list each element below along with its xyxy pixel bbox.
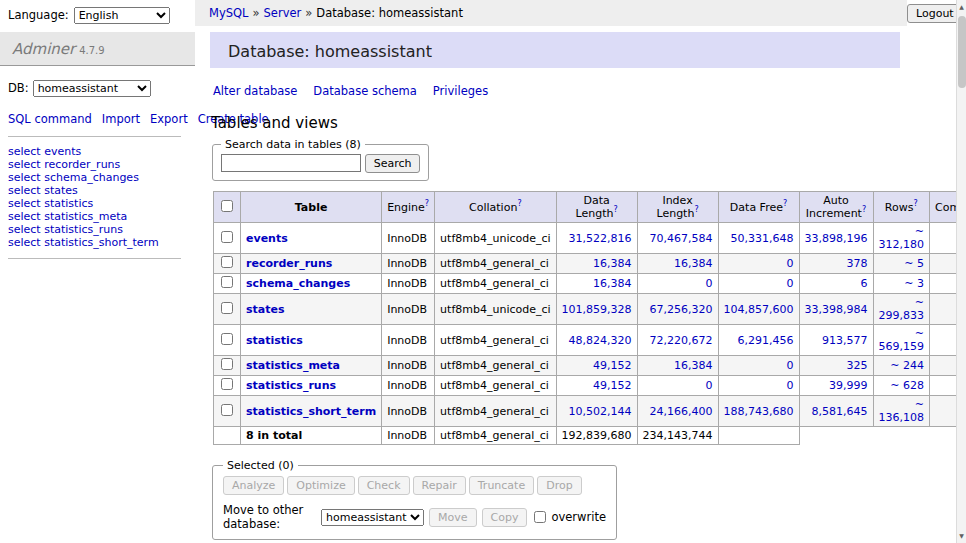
data-free-link[interactable]: 0 bbox=[787, 257, 794, 270]
data-free-link[interactable]: 0 bbox=[787, 359, 794, 372]
move-button[interactable]: Move bbox=[429, 508, 477, 527]
sidebar-select-link-select-statistics-meta[interactable]: select statistics_meta bbox=[8, 210, 183, 223]
table-link-recorder-runs[interactable]: recorder_runs bbox=[246, 257, 332, 270]
rows-count-link[interactable]: ~ 569,159 bbox=[879, 327, 925, 353]
doc-help-link[interactable]: ? bbox=[913, 199, 917, 208]
doc-help-link[interactable]: ? bbox=[694, 205, 698, 214]
auto-increment-link[interactable]: 378 bbox=[847, 257, 868, 270]
breadcrumb-server-link[interactable]: Server bbox=[264, 6, 302, 20]
sidebar-link-sql-command[interactable]: SQL command bbox=[8, 112, 92, 126]
index-length-link[interactable]: 24,166,400 bbox=[650, 405, 713, 418]
auto-increment-link[interactable]: 8,581,645 bbox=[812, 405, 868, 418]
doc-help-link[interactable]: ? bbox=[862, 205, 866, 214]
row-checkbox[interactable] bbox=[221, 256, 233, 268]
auto-increment-link[interactable]: 325 bbox=[847, 359, 868, 372]
rows-count-link[interactable]: ~ 312,180 bbox=[879, 225, 925, 251]
auto-increment-link[interactable]: 913,577 bbox=[822, 334, 868, 347]
search-button[interactable]: Search bbox=[365, 154, 421, 173]
scrollbar-thumb[interactable] bbox=[958, 16, 966, 88]
row-checkbox[interactable] bbox=[221, 302, 233, 314]
drop-button[interactable]: Drop bbox=[537, 476, 581, 495]
table-link-events[interactable]: events bbox=[246, 232, 288, 245]
row-checkbox[interactable] bbox=[221, 333, 233, 345]
index-length-link[interactable]: 16,384 bbox=[674, 257, 713, 270]
logout-button[interactable]: Logout bbox=[907, 4, 963, 23]
move-db-select[interactable]: homeassistant bbox=[321, 509, 424, 526]
data-free-link[interactable]: 0 bbox=[787, 379, 794, 392]
table-link-statistics-short-term[interactable]: statistics_short_term bbox=[246, 405, 376, 418]
data-length-link[interactable]: 49,152 bbox=[593, 359, 632, 372]
row-checkbox[interactable] bbox=[221, 231, 233, 243]
row-checkbox[interactable] bbox=[221, 276, 233, 288]
sidebar-select-link-select-statistics-runs[interactable]: select statistics_runs bbox=[8, 223, 183, 236]
db-action-link-alter-database[interactable]: Alter database bbox=[213, 84, 297, 98]
optimize-button[interactable]: Optimize bbox=[287, 476, 354, 495]
index-length-link[interactable]: 70,467,584 bbox=[650, 232, 713, 245]
table-link-statistics-meta[interactable]: statistics_meta bbox=[246, 359, 340, 372]
sidebar-select-link-select-statistics[interactable]: select statistics bbox=[8, 197, 183, 210]
rows-count-link[interactable]: ~ 5 bbox=[904, 257, 924, 270]
language-select[interactable]: English bbox=[74, 7, 170, 24]
rows-count-link[interactable]: ~ 136,108 bbox=[879, 398, 925, 424]
row-checkbox[interactable] bbox=[221, 404, 233, 416]
table-link-statistics-runs[interactable]: statistics_runs bbox=[246, 379, 336, 392]
data-free-link[interactable]: 0 bbox=[787, 277, 794, 290]
select-all-checkbox[interactable] bbox=[221, 200, 233, 212]
data-length-link[interactable]: 48,824,320 bbox=[569, 334, 632, 347]
copy-button[interactable]: Copy bbox=[482, 508, 528, 527]
auto-increment-link[interactable]: 39,999 bbox=[829, 379, 868, 392]
index-length-link[interactable]: 67,256,320 bbox=[650, 303, 713, 316]
row-checkbox[interactable] bbox=[221, 358, 233, 370]
index-length-link[interactable]: 72,220,672 bbox=[650, 334, 713, 347]
breadcrumb-mysql-link[interactable]: MySQL bbox=[209, 6, 249, 20]
sidebar-select-link-select-events[interactable]: select events bbox=[8, 145, 183, 158]
scroll-down-icon[interactable]: ▼ bbox=[957, 529, 966, 543]
scroll-up-icon[interactable]: ▲ bbox=[957, 0, 966, 14]
sidebar-link-export[interactable]: Export bbox=[150, 112, 188, 126]
repair-button[interactable]: Repair bbox=[413, 476, 466, 495]
auto-increment-link[interactable]: 33,898,196 bbox=[805, 232, 868, 245]
index-length-link[interactable]: 16,384 bbox=[674, 359, 713, 372]
doc-help-link[interactable]: ? bbox=[783, 199, 787, 208]
check-button[interactable]: Check bbox=[358, 476, 410, 495]
table-link-statistics[interactable]: statistics bbox=[246, 334, 303, 347]
index-length-link[interactable]: 0 bbox=[706, 277, 713, 290]
search-input[interactable] bbox=[221, 154, 361, 172]
data-free-link[interactable]: 50,331,648 bbox=[731, 232, 794, 245]
table-link-schema-changes[interactable]: schema_changes bbox=[246, 277, 350, 290]
rows-count-link[interactable]: ~ 3 bbox=[904, 277, 924, 290]
data-length-link[interactable]: 16,384 bbox=[593, 257, 632, 270]
truncate-button[interactable]: Truncate bbox=[469, 476, 534, 495]
adminer-logo-link[interactable]: Adminer bbox=[12, 40, 75, 58]
doc-help-link[interactable]: ? bbox=[517, 199, 521, 208]
overwrite-checkbox[interactable] bbox=[534, 511, 546, 523]
rows-count-link[interactable]: ~ 628 bbox=[890, 379, 924, 392]
sidebar-select-link-select-recorder-runs[interactable]: select recorder_runs bbox=[8, 158, 183, 171]
row-checkbox[interactable] bbox=[221, 378, 233, 390]
data-length-link[interactable]: 16,384 bbox=[593, 277, 632, 290]
data-length-link[interactable]: 101,859,328 bbox=[562, 303, 632, 316]
data-free-link[interactable]: 104,857,600 bbox=[724, 303, 794, 316]
analyze-button[interactable]: Analyze bbox=[223, 476, 284, 495]
db-action-link-database-schema[interactable]: Database schema bbox=[313, 84, 416, 98]
doc-help-link[interactable]: ? bbox=[425, 199, 429, 208]
table-link-states[interactable]: states bbox=[246, 303, 285, 316]
auto-increment-link[interactable]: 33,398,984 bbox=[805, 303, 868, 316]
doc-help-link[interactable]: ? bbox=[613, 205, 617, 214]
sidebar-select-link-select-states[interactable]: select states bbox=[8, 184, 183, 197]
db-action-link-privileges[interactable]: Privileges bbox=[433, 84, 488, 98]
index-length-link[interactable]: 0 bbox=[706, 379, 713, 392]
auto-increment-link[interactable]: 6 bbox=[861, 277, 868, 290]
sidebar-link-import[interactable]: Import bbox=[102, 112, 140, 126]
data-length-link[interactable]: 10,502,144 bbox=[569, 405, 632, 418]
data-length-link[interactable]: 49,152 bbox=[593, 379, 632, 392]
rows-count-link[interactable]: ~ 299,833 bbox=[879, 296, 925, 322]
rows-count-link[interactable]: ~ 244 bbox=[890, 359, 924, 372]
sidebar-select-link-select-statistics-short-term[interactable]: select statistics_short_term bbox=[8, 236, 183, 249]
db-select[interactable]: homeassistant bbox=[33, 80, 151, 97]
data-length-link[interactable]: 31,522,816 bbox=[569, 232, 632, 245]
sidebar-select-link-select-schema-changes[interactable]: select schema_changes bbox=[8, 171, 183, 184]
data-free-link[interactable]: 6,291,456 bbox=[738, 334, 794, 347]
data-free-link[interactable]: 188,743,680 bbox=[724, 405, 794, 418]
vertical-scrollbar[interactable]: ▲ ▼ bbox=[956, 0, 966, 543]
